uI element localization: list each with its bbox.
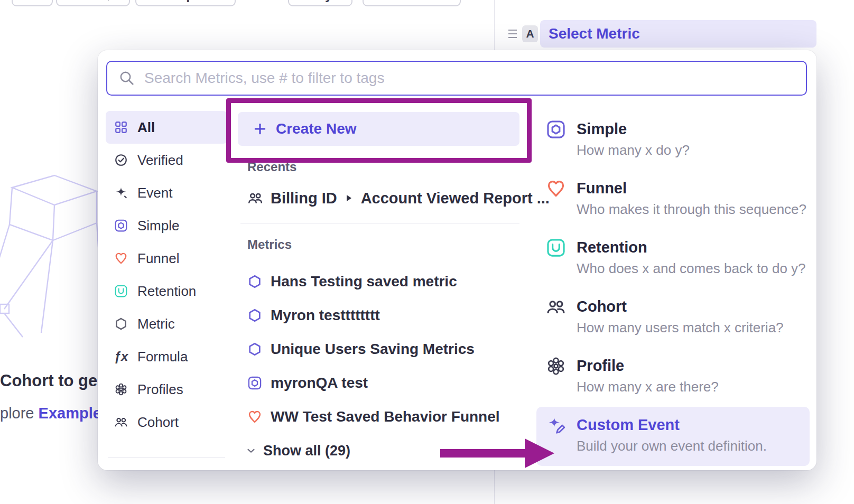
saved-metric-row[interactable]: myronQA test [238, 366, 519, 400]
saved-metric-row[interactable]: Myron testttttttt [238, 298, 519, 332]
spark-icon [114, 186, 128, 200]
compare-label: Compare [157, 0, 214, 3]
type-custom-event[interactable]: Custom EventBuild your own event definit… [536, 407, 810, 466]
saved-metric-label: myronQA test [271, 375, 368, 391]
picker-middle-column: Create New Recents Billing ID Account Vi… [238, 112, 519, 462]
metric-picker-modal: All Verified Event Simple Funnel Retenti… [98, 50, 816, 470]
people-icon [247, 190, 263, 206]
sidebar-item-cohort[interactable]: Cohort [106, 406, 227, 438]
people-icon [546, 297, 566, 348]
saved-metric-row[interactable]: Unique Users Saving Metrics [238, 332, 519, 366]
recents-metrics-divider [240, 223, 519, 223]
funnel-heart-icon [546, 179, 566, 229]
formula-icon: ƒx [114, 349, 128, 364]
saved-metric-row[interactable]: WW Test Saved Behavior Funnel [238, 400, 519, 434]
empty-state-subtext: plore Example [0, 405, 101, 422]
search-icon [119, 70, 135, 86]
saved-metric-label: Myron testttttttt [271, 307, 380, 324]
recent-item[interactable]: Billing ID Account Viewed Report ... [247, 186, 519, 210]
explore-prefix: plore [0, 405, 39, 422]
metrics-header: Metrics [247, 237, 519, 252]
metric-type-column: SimpleHow many x do y? FunnelWho makes i… [536, 111, 810, 466]
sidebar-item-label: Cohort [137, 414, 179, 431]
example-link[interactable]: Example [39, 405, 101, 422]
show-all-label: Show all (29) [263, 443, 350, 459]
sidebar-item-profiles[interactable]: Profiles [106, 373, 227, 406]
hexagon-icon [114, 317, 128, 331]
sidebar-item-label: All [137, 119, 155, 136]
type-cohort[interactable]: CohortHow many users match x criteria? [536, 288, 810, 348]
recent-item-group: Billing ID [271, 190, 337, 207]
type-funnel[interactable]: FunnelWho makes it through this sequence… [536, 170, 810, 229]
select-metric-label: Select Metric [549, 25, 640, 42]
range-ytd-label: YTD [74, 0, 100, 3]
sidebar-item-partial[interactable] [106, 463, 227, 470]
type-description: Build your own event definition. [577, 438, 767, 454]
type-description: Who does x and comes back to do y? [577, 260, 806, 277]
day-label: Day [308, 0, 332, 3]
hexagon-square-icon [546, 119, 566, 170]
sidebar-item-simple[interactable]: Simple [106, 209, 227, 242]
sidebar-item-formula[interactable]: ƒxFormula [106, 340, 227, 373]
category-sidebar: All Verified Event Simple Funnel Retenti… [106, 111, 227, 470]
saved-metric-list: Hans Testing saved metric Myron testtttt… [238, 265, 519, 434]
line-chart-icon [389, 0, 402, 2]
type-description: How many x are there? [577, 379, 719, 395]
sidebar-item-metric[interactable]: Metric [106, 307, 227, 340]
recents-header: Recents [247, 160, 519, 174]
type-description: Who makes it through this sequence? [577, 201, 806, 218]
saved-metric-label: WW Test Saved Behavior Funnel [271, 408, 500, 425]
range-ytd-button[interactable]: YTD [56, 0, 130, 6]
sidebar-item-retention[interactable]: Retention [106, 275, 227, 307]
show-all-toggle[interactable]: Show all (29) [245, 439, 519, 462]
saved-metric-label: Hans Testing saved metric [271, 273, 457, 290]
select-metric-pill[interactable]: Select Metric [540, 20, 816, 48]
granularity-day-button[interactable]: Day [288, 0, 352, 6]
create-new-label: Create New [276, 120, 357, 137]
chevron-down-icon [105, 0, 112, 1]
sidebar-divider [108, 458, 225, 458]
recent-item-event: Account Viewed Report ... [361, 190, 550, 207]
saved-metric-row[interactable]: Hans Testing saved metric [238, 265, 519, 298]
chart-type-line-button[interactable]: Line [363, 0, 461, 6]
type-simple[interactable]: SimpleHow many x do y? [536, 111, 810, 170]
chevron-down-icon [245, 445, 257, 456]
metric-search-box[interactable] [106, 61, 807, 96]
people-icon [114, 415, 128, 429]
metric-search-input[interactable] [144, 70, 794, 87]
type-description: How many users match x criteria? [577, 320, 784, 336]
flower-icon [114, 382, 128, 396]
sidebar-item-label: Verified [137, 152, 183, 169]
range-12m-button[interactable]: 12M [12, 0, 53, 6]
hexagon-square-icon [114, 219, 128, 232]
sidebar-item-all[interactable]: All [106, 111, 227, 144]
type-name: Funnel [577, 179, 806, 198]
sidebar-item-funnel[interactable]: Funnel [106, 242, 227, 275]
verified-badge-icon [114, 153, 128, 167]
sidebar-item-label: Retention [137, 283, 196, 300]
funnel-heart-icon [247, 409, 262, 424]
sidebar-item-label: Funnel [137, 250, 180, 267]
type-name: Custom Event [577, 415, 767, 434]
hexagon-icon [247, 308, 262, 323]
type-description: How many x do y? [577, 142, 690, 158]
sidebar-item-event[interactable]: Event [106, 176, 227, 209]
sidebar-item-label: Formula [137, 349, 188, 365]
plus-icon [253, 122, 267, 136]
hexagon-icon [247, 342, 262, 357]
funnel-heart-icon [114, 251, 128, 265]
compare-button[interactable]: Compare [135, 0, 236, 6]
grid-icon [114, 120, 128, 134]
breadcrumb-arrow-icon [347, 195, 351, 201]
type-name: Retention [577, 238, 806, 257]
create-new-button[interactable]: Create New [238, 112, 519, 146]
custom-event-icon [546, 415, 566, 466]
type-retention[interactable]: RetentionWho does x and comes back to do… [536, 229, 810, 288]
sidebar-item-verified[interactable]: Verified [106, 144, 227, 176]
retention-icon [546, 238, 566, 288]
hexagon-square-icon [247, 376, 262, 390]
type-name: Profile [577, 356, 719, 375]
range-12m-label: 12M [20, 0, 45, 3]
type-profile[interactable]: ProfileHow many x are there? [536, 348, 810, 407]
drag-handle-icon[interactable] [508, 30, 517, 41]
